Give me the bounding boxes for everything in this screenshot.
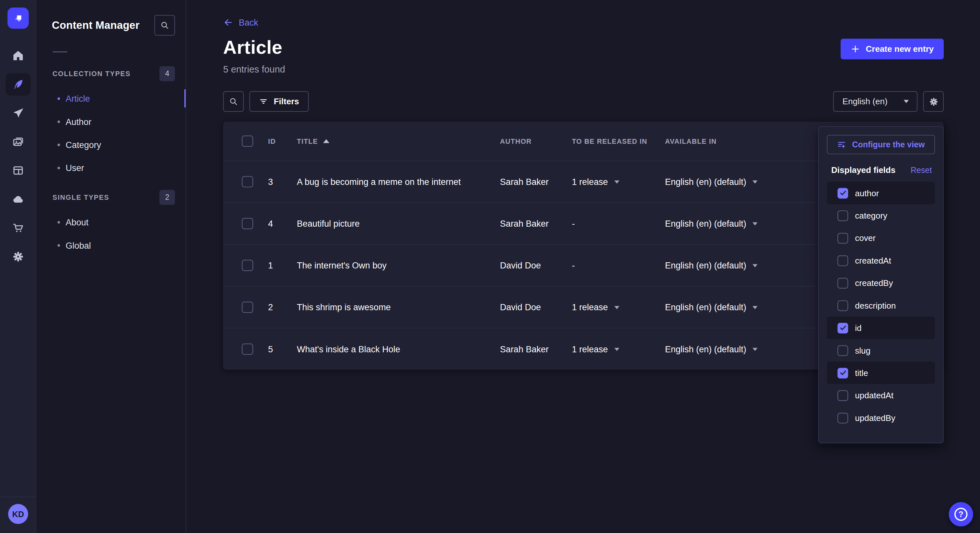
filters-button[interactable]: Filters [249, 91, 308, 112]
row-release-value: 1 release [572, 302, 608, 312]
column-header-id[interactable]: ID [268, 137, 297, 145]
row-checkbox[interactable] [242, 301, 253, 313]
content-type-builder-icon[interactable] [5, 159, 30, 182]
section-count-badge: 4 [159, 66, 175, 81]
field-label: author [855, 188, 879, 198]
subnav-item[interactable]: Article [36, 87, 186, 110]
search-icon [160, 21, 170, 30]
row-checkbox[interactable] [242, 344, 253, 355]
release-caret-icon[interactable] [614, 306, 619, 309]
field-checkbox[interactable] [837, 278, 848, 288]
media-library-icon[interactable] [5, 130, 30, 153]
row-title-cell[interactable]: A bug is becoming a meme on the internet [297, 177, 500, 187]
subnav-item-label: Global [65, 240, 91, 250]
row-id-cell: 4 [268, 219, 297, 228]
column-header-author[interactable]: AUTHOR [500, 137, 572, 145]
row-release-cell[interactable]: 1 release [572, 302, 665, 312]
field-checkbox[interactable] [837, 300, 848, 311]
settings-gear-icon[interactable] [5, 246, 30, 268]
content-manager-subnav: Content Manager COLLECTION TYPES 4 Artic… [36, 0, 186, 533]
field-checkbox[interactable] [837, 412, 848, 423]
subnav-item-label: Author [65, 117, 91, 127]
subnav-item[interactable]: Author [36, 110, 186, 133]
deploy-cloud-icon[interactable] [5, 188, 30, 210]
entry-count: 5 entries found [223, 64, 944, 75]
displayed-field-option[interactable]: cover [827, 227, 935, 249]
subnav-search-button[interactable] [154, 15, 175, 36]
bullet-icon [57, 244, 60, 246]
row-title-cell[interactable]: What's inside a Black Hole [297, 344, 500, 354]
bullet-icon [57, 221, 60, 224]
help-button[interactable]: ? [949, 502, 973, 526]
row-release-value: 1 release [572, 177, 608, 187]
available-caret-icon[interactable] [752, 264, 757, 267]
checkmark-icon [839, 324, 846, 332]
displayed-field-option[interactable]: title [827, 362, 935, 384]
row-title-cell[interactable]: This shrimp is awesome [297, 302, 500, 312]
available-caret-icon[interactable] [752, 306, 757, 309]
available-caret-icon[interactable] [752, 222, 757, 225]
toolbar: Filters English (en) [223, 91, 944, 112]
field-checkbox[interactable] [837, 233, 848, 243]
displayed-field-option[interactable]: id [827, 317, 935, 339]
displayed-field-option[interactable]: createdAt [827, 249, 935, 271]
available-caret-icon[interactable] [752, 347, 757, 351]
displayed-field-option[interactable]: updatedAt [827, 384, 935, 406]
field-label: description [855, 301, 896, 310]
row-release-cell[interactable]: 1 release [572, 177, 665, 187]
row-checkbox[interactable] [242, 218, 253, 229]
marketplace-cart-icon[interactable] [5, 217, 30, 239]
rail-divider [0, 497, 36, 497]
row-release-cell[interactable]: - [572, 219, 665, 228]
row-checkbox[interactable] [242, 260, 253, 271]
field-checkbox[interactable] [837, 368, 848, 378]
subnav-item[interactable]: Category [36, 133, 186, 156]
row-title-cell[interactable]: Beautiful picture [297, 219, 500, 228]
subnav-item[interactable]: About [36, 211, 186, 233]
field-checkbox[interactable] [837, 345, 848, 356]
row-title-cell[interactable]: The internet's Own boy [297, 260, 500, 270]
release-caret-icon[interactable] [614, 180, 619, 183]
main-content: Back Article Create new entry 5 entries … [186, 0, 980, 533]
displayed-field-option[interactable]: updatedBy [827, 406, 935, 429]
field-checkbox[interactable] [837, 210, 848, 221]
configure-view-button[interactable]: Configure the view [827, 135, 935, 154]
select-all-checkbox[interactable] [242, 135, 253, 147]
table-search-button[interactable] [223, 91, 244, 112]
column-header-release[interactable]: TO BE RELEASED IN [572, 137, 665, 145]
sort-ascending-icon[interactable] [323, 139, 329, 143]
back-link[interactable]: Back [223, 17, 258, 27]
displayed-field-option[interactable]: category [827, 204, 935, 227]
create-new-entry-button[interactable]: Create new entry [841, 39, 944, 60]
field-checkbox[interactable] [837, 390, 848, 401]
displayed-field-option[interactable]: createdBy [827, 272, 935, 294]
subnav-item[interactable]: User [36, 156, 186, 179]
collection-types-section: COLLECTION TYPES 4 Article Author Catego… [36, 65, 186, 179]
release-caret-icon[interactable] [614, 347, 619, 351]
reset-link[interactable]: Reset [911, 165, 932, 175]
home-icon[interactable] [5, 44, 30, 67]
displayed-field-option[interactable]: slug [827, 339, 935, 362]
row-release-cell[interactable]: - [572, 260, 665, 270]
available-caret-icon[interactable] [752, 180, 757, 183]
subnav-item[interactable]: Global [36, 233, 186, 257]
row-release-cell[interactable]: 1 release [572, 344, 665, 354]
row-checkbox[interactable] [242, 176, 253, 187]
displayed-field-option[interactable]: description [827, 294, 935, 316]
content-manager-icon[interactable] [5, 73, 30, 95]
view-settings-gear-button[interactable] [923, 91, 944, 112]
row-release-value: - [572, 260, 575, 270]
field-label: cover [855, 233, 876, 243]
row-id-cell: 5 [268, 344, 297, 354]
field-checkbox[interactable] [837, 322, 848, 333]
field-checkbox[interactable] [837, 255, 848, 266]
column-header-title[interactable]: TITLE [297, 137, 318, 145]
row-release-value: - [572, 219, 575, 228]
subnav-item-label: Article [65, 93, 90, 103]
releases-icon[interactable] [5, 102, 30, 124]
locale-select[interactable]: English (en) [833, 91, 918, 112]
user-avatar[interactable]: KD [8, 504, 28, 524]
displayed-field-option[interactable]: author [827, 182, 935, 204]
field-checkbox[interactable] [837, 188, 848, 198]
strapi-logo[interactable] [7, 8, 29, 29]
